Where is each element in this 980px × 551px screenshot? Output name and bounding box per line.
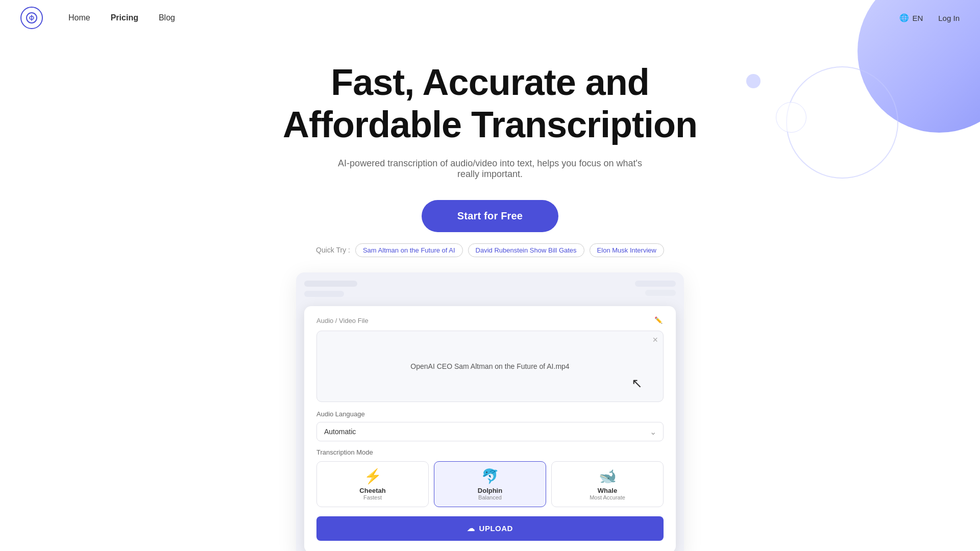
cta-button[interactable]: Start for Free xyxy=(422,200,558,232)
dolphin-icon: 🐬 xyxy=(481,468,499,485)
cheetah-icon: ⚡ xyxy=(364,468,382,485)
quick-try-label: Quick Try : xyxy=(316,246,350,254)
hero-title-line1: Fast, Accurate and xyxy=(331,62,649,103)
quick-try: Quick Try : Sam Altman on the Future of … xyxy=(316,243,664,257)
file-drop-area[interactable]: × OpenAI CEO Sam Altman on the Future of… xyxy=(316,331,664,402)
nav-home[interactable]: Home xyxy=(68,13,90,22)
quick-tag-2[interactable]: Elon Musk Interview xyxy=(590,243,664,257)
mode-whale[interactable]: 🐋 Whale Most Accurate xyxy=(551,461,664,507)
language-selector[interactable]: 🌐 EN xyxy=(899,13,923,22)
lang-label: EN xyxy=(912,14,923,22)
mode-label: Transcription Mode xyxy=(316,448,664,456)
flag-icon: 🌐 xyxy=(899,13,909,22)
nav-pricing[interactable]: Pricing xyxy=(111,13,138,22)
right-bar-1 xyxy=(635,281,676,287)
language-dropdown-wrapper: Automatic xyxy=(316,422,664,441)
edit-icon[interactable]: ✏️ xyxy=(654,316,664,325)
dolphin-desc: Balanced xyxy=(478,494,502,500)
whale-desc: Most Accurate xyxy=(590,494,625,500)
file-name: OpenAI CEO Sam Altman on the Future of A… xyxy=(410,362,569,370)
close-button[interactable]: × xyxy=(652,335,658,344)
sidebar-hint xyxy=(304,281,371,301)
cursor: ↖ xyxy=(631,375,643,391)
upload-button[interactable]: ☁ UPLOAD xyxy=(316,516,664,541)
whale-name: Whale xyxy=(598,487,617,494)
hero-title-line2: Affordable Transcription xyxy=(283,104,697,145)
dolphin-name: Dolphin xyxy=(478,487,502,494)
preview-container: Audio / Video File ✏️ × OpenAI CEO Sam A… xyxy=(296,272,684,551)
modal-card: Audio / Video File ✏️ × OpenAI CEO Sam A… xyxy=(304,306,676,551)
nav-right: 🌐 EN Log In xyxy=(899,13,960,22)
sidebar-bar-2 xyxy=(304,291,344,297)
mode-cheetah[interactable]: ⚡ Cheetah Fastest xyxy=(316,461,429,507)
logo[interactable] xyxy=(20,7,43,29)
language-value: Automatic xyxy=(324,428,356,436)
right-bar-2 xyxy=(645,290,676,296)
cheetah-name: Cheetah xyxy=(359,487,385,494)
quick-tag-0[interactable]: Sam Altman on the Future of AI xyxy=(355,243,463,257)
right-hint xyxy=(377,281,676,296)
mode-dolphin[interactable]: 🐬 Dolphin Balanced xyxy=(434,461,546,507)
nav-links: Home Pricing Blog xyxy=(68,13,175,22)
language-dropdown[interactable]: Automatic xyxy=(316,422,664,441)
upload-icon: ☁ xyxy=(467,524,475,533)
hero-title: Fast, Accurate and Affordable Transcript… xyxy=(283,61,697,146)
sidebar-bar-1 xyxy=(304,281,357,287)
modal-header-label: Audio / Video File xyxy=(316,317,369,324)
nav-blog[interactable]: Blog xyxy=(159,13,175,22)
hero-subtitle: AI-powered transcription of audio/video … xyxy=(337,158,643,180)
preview-wrapper: Audio / Video File ✏️ × OpenAI CEO Sam A… xyxy=(0,272,980,551)
mode-options: ⚡ Cheetah Fastest 🐬 Dolphin Balanced 🐋 W… xyxy=(316,461,664,507)
preview-bg xyxy=(304,281,676,301)
quick-tag-1[interactable]: David Rubenstein Show Bill Gates xyxy=(468,243,584,257)
audio-language-label: Audio Language xyxy=(316,410,664,418)
login-button[interactable]: Log In xyxy=(938,14,960,22)
upload-label: UPLOAD xyxy=(479,524,513,533)
logo-icon xyxy=(26,12,38,24)
modal-header: Audio / Video File ✏️ xyxy=(316,316,664,325)
hero-section: Fast, Accurate and Affordable Transcript… xyxy=(0,36,980,257)
whale-icon: 🐋 xyxy=(599,468,617,485)
navbar: Home Pricing Blog 🌐 EN Log In xyxy=(0,0,980,36)
cheetah-desc: Fastest xyxy=(363,494,382,500)
